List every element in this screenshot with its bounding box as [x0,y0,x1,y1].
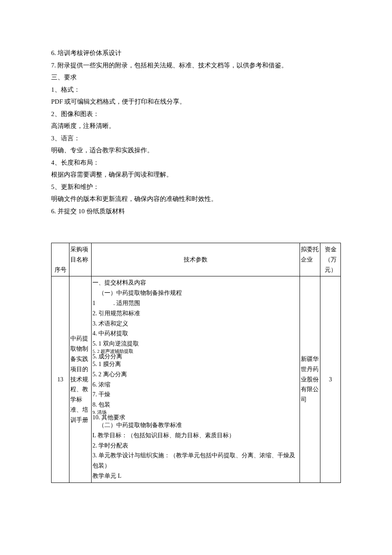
header-company: 拟委托 企业 [300,243,320,276]
cell-seq: 13 [52,276,69,482]
cell-fund: 3 [320,276,341,482]
header-company-l2: 企业 [301,256,313,263]
tech-line: 10. 其他要求 [92,413,125,423]
tech-line: 2. 引用规范和标准 [92,308,299,319]
text-line: 4、长度和布局： [51,157,341,169]
text-line: 明确文件的版本和更新流程，确保内容的准确性和时效性。 [51,193,341,205]
header-name: 采购项 目名称 [69,243,92,276]
text-line: 根据内容需要调整，确保易于阅读和理解。 [51,169,341,181]
header-name-l2: 目名称 [70,256,88,263]
header-company-l1: 拟委托 [301,246,319,253]
text-line: 5、更新和维护： [51,181,341,193]
tech-line: L 教学目标：（包括知识目标、能力目标、素质目标） [92,430,299,441]
data-table-wrap: 序号 采购项 目名称 技术参数 拟委托 企业 资金 （万 元） 13 中药提取物… [51,243,341,483]
tech-line: 3. 术语和定义 [92,319,299,329]
tech-line: 5. 1 膜分离 [92,359,299,369]
header-tech-label: 技术参数 [184,256,208,263]
tech-overlap: 5. 2 超声波辅助提取 5. 成分分离 [92,349,299,359]
header-seq-label: 序号 [55,267,66,273]
tech-line: 3. 单元教学设计与组织实施：（教学单元包括中药提取、分离、浓缩、干燥及包装） [92,450,299,471]
tech-content: 一、提交材料及内容 （一）中药提取物制备操作规程 1 . 适用范围 2. 引用规… [92,278,299,481]
text-line: 6. 并提交 10 份纸质版材料 [51,205,341,218]
header-fund-l3: 元） [325,267,337,273]
header-fund: 资金 （万 元） [320,243,341,276]
cell-tech: 一、提交材料及内容 （一）中药提取物制备操作规程 1 . 适用范围 2. 引用规… [92,276,300,482]
tech-line: 5. 成分分离 [92,352,122,362]
header-fund-l1: 资金 [325,246,337,253]
text-line: 3、语言： [51,132,341,145]
header-name-l1: 采购项 [70,246,88,253]
upper-text-block: 6. 培训考核评价体系设计 7. 附录提供一些实用的附录，包括相关法规、标准、技… [51,47,341,217]
text-line: PDF 或可编辑文档格式，便于打印和在线分享。 [51,96,341,108]
cell-name: 中药提取物制备实践项目的技术规程、教学标准、培训手册 [69,276,92,482]
data-table: 序号 采购项 目名称 技术参数 拟委托 企业 资金 （万 元） 13 中药提取物… [51,243,341,483]
tech-line: （一）中药提取物制备操作规程 [92,288,299,298]
text-line: 明确、专业，适合教学和实践操作。 [51,144,341,157]
tech-overlap: 9. 清场 10. 其他要求 [92,410,299,420]
cell-company: 新疆华世丹药业股份有限公司 [300,276,320,482]
header-tech: 技术参数 [92,243,300,276]
tech-line: 教学单元 L [92,471,299,481]
table-header-row: 序号 采购项 目名称 技术参数 拟委托 企业 资金 （万 元） [52,243,341,276]
text-line: 7. 附录提供一些实用的附录，包括相关法规、标准、技术文档等，以供参考和借鉴。 [51,59,341,72]
text-line: 三、要求 [51,71,341,84]
tech-line: 一、提交材料及内容 [92,278,299,288]
tech-line: 1 . 适用范围 [92,298,299,308]
text-line: 1、格式： [51,84,341,96]
header-seq: 序号 [52,243,69,276]
tech-line: 8. 包装 [92,400,299,410]
tech-line: 4. 中药材提取 [92,328,299,339]
tech-line: 5. 2 离心分离 [92,369,299,380]
text-line: 6. 培训考核评价体系设计 [51,47,341,59]
header-fund-l2: （万 [325,256,337,263]
table-row: 13 中药提取物制备实践项目的技术规程、教学标准、培训手册 一、提交材料及内容 … [52,276,341,482]
tech-line: 2. 学时分配表 [92,441,299,451]
text-line: 高清晰度，注释清晰。 [51,120,341,132]
tech-line: 7. 干燥 [92,389,299,400]
tech-line: 6. 浓缩 [92,380,299,390]
text-line: 2、图像和图表： [51,108,341,120]
